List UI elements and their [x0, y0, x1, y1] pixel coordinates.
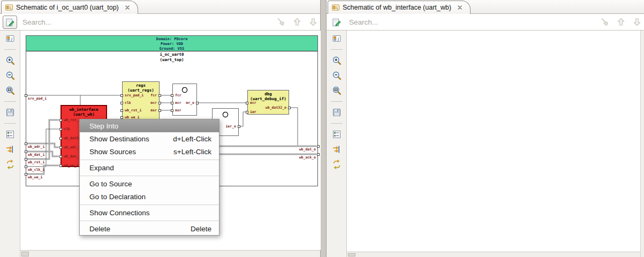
- toolbar-separator: [4, 123, 16, 124]
- pin[interactable]: [158, 94, 161, 97]
- pin[interactable]: [158, 109, 161, 112]
- save-icon[interactable]: [4, 106, 17, 119]
- preferences-icon[interactable]: [330, 128, 343, 141]
- overview-icon[interactable]: i: [4, 32, 17, 45]
- zoom-in-icon[interactable]: [330, 54, 343, 67]
- pin-label: mcr: [250, 101, 256, 105]
- pin[interactable]: [59, 128, 62, 131]
- port[interactable]: [25, 165, 27, 168]
- port[interactable]: [25, 158, 27, 161]
- port[interactable]: [25, 150, 27, 153]
- down-arrow-icon[interactable]: [632, 17, 642, 27]
- pin-label: fcr: [175, 93, 181, 97]
- menu-item-go-to-source[interactable]: Go to Source: [80, 177, 219, 190]
- search-toolbar-right: [327, 14, 644, 31]
- menu-item-label: Step Into: [89, 122, 118, 130]
- pin[interactable]: [171, 102, 173, 104]
- menu-item-shortcut: Delete: [191, 225, 211, 233]
- zoom-fit-icon[interactable]: [4, 84, 17, 97]
- port[interactable]: [317, 145, 320, 148]
- menu-item-label: Show Connections: [89, 209, 150, 217]
- pin[interactable]: [238, 125, 240, 128]
- port[interactable]: [25, 142, 27, 145]
- pin-label: clk: [64, 127, 70, 131]
- pin[interactable]: [288, 107, 291, 109]
- edit-search-button[interactable]: [3, 16, 17, 29]
- menu-item-delete[interactable]: DeleteDelete: [80, 222, 219, 235]
- zoom-in-icon[interactable]: [4, 54, 17, 67]
- overview-icon[interactable]: i: [330, 32, 343, 45]
- zoom-out-icon[interactable]: [4, 69, 17, 82]
- block-title: regs(uart_regs): [123, 83, 159, 93]
- clocked-process-icon: [181, 86, 188, 95]
- editor-pane-right: Schematic of wb_interface (uart_wb) i wb…: [326, 0, 644, 257]
- port[interactable]: [25, 94, 27, 97]
- pin[interactable]: [59, 164, 62, 167]
- horizontal-scrollbar[interactable]: [20, 250, 320, 257]
- port-label: wb_rst_i: [28, 160, 44, 164]
- pin[interactable]: [171, 109, 173, 112]
- pin[interactable]: [158, 102, 161, 104]
- preferences-icon[interactable]: [4, 128, 17, 141]
- zoom-out-icon[interactable]: [330, 69, 343, 82]
- clean-icon[interactable]: [276, 17, 286, 27]
- block-regs[interactable]: regs(uart_regs)srx_pad_iclkwb_rst_iwb_we…: [122, 81, 160, 120]
- pin-label: mr_o: [186, 101, 194, 105]
- menu-item-show-destinations[interactable]: Show Destinationsd+Left-Click: [80, 132, 219, 145]
- up-arrow-icon[interactable]: [292, 17, 302, 27]
- pin[interactable]: [59, 146, 62, 149]
- port-label: wb_we_i: [28, 175, 42, 179]
- save-icon[interactable]: [330, 106, 343, 119]
- block-dbg[interactable]: dbg(uart_debug_if)mcrierwb_dat32_o: [247, 90, 289, 115]
- tab-close-icon[interactable]: [124, 4, 131, 11]
- pin[interactable]: [59, 119, 62, 122]
- port-label: wb_dat_o: [262, 147, 316, 152]
- pin[interactable]: [246, 111, 248, 114]
- scrollbar-thumb[interactable]: [348, 253, 355, 256]
- menu-item-show-sources[interactable]: Show Sourcess+Left-Click: [80, 145, 219, 158]
- tab-schematic-uart-wb[interactable]: Schematic of wb_interface (uart_wb): [328, 1, 471, 14]
- pin[interactable]: [246, 102, 248, 104]
- menu-item-label: Expand: [89, 164, 114, 172]
- find-icons-left: [276, 17, 319, 27]
- menu-item-go-to-declaration[interactable]: Go to Declaration: [80, 190, 219, 203]
- horizontal-scrollbar[interactable]: [347, 252, 640, 257]
- follow-signal-icon[interactable]: [4, 143, 17, 156]
- swap-icon[interactable]: [330, 158, 343, 171]
- port[interactable]: [25, 173, 27, 176]
- swap-icon[interactable]: [4, 158, 17, 171]
- pin[interactable]: [196, 102, 199, 104]
- clean-icon[interactable]: [600, 17, 610, 27]
- search-toolbar-left: [0, 14, 320, 31]
- pin-label: wb_rst_i: [64, 118, 80, 122]
- port[interactable]: [317, 153, 320, 156]
- pin[interactable]: [59, 137, 62, 140]
- menu-item-step-into[interactable]: Step Into: [80, 119, 219, 132]
- tab-close-icon[interactable]: [456, 4, 464, 11]
- pin[interactable]: [59, 155, 62, 158]
- pin[interactable]: [171, 94, 173, 97]
- menu-item-expand[interactable]: Expand: [80, 161, 219, 174]
- toolbar-separator: [331, 123, 343, 124]
- up-arrow-icon[interactable]: [616, 17, 626, 27]
- vertical-scrollbar[interactable]: [640, 31, 644, 257]
- menu-item-label: Show Destinations: [89, 135, 149, 143]
- toolbar-separator: [4, 49, 16, 50]
- schematic-tab-icon: [5, 3, 13, 12]
- scrollbar-thumb[interactable]: [21, 252, 29, 256]
- search-input[interactable]: [21, 16, 262, 29]
- zoom-fit-icon[interactable]: [330, 84, 343, 97]
- search-input[interactable]: [348, 16, 584, 29]
- pin[interactable]: [120, 109, 123, 112]
- menu-item-show-connections[interactable]: Show Connections: [80, 206, 219, 219]
- block-mcr-reg[interactable]: fcrmcrmsrmr_o: [172, 84, 197, 116]
- port-label: wb_ack_o: [262, 155, 316, 160]
- pin[interactable]: [120, 94, 123, 97]
- edit-search-button[interactable]: [329, 16, 344, 29]
- down-arrow-icon[interactable]: [308, 17, 319, 27]
- tab-schematic-uart-top[interactable]: Schematic of i_oc_uart0 (uart_top): [1, 1, 138, 14]
- follow-signal-icon[interactable]: [330, 143, 343, 156]
- pin-label: wb_we_i: [64, 163, 78, 168]
- pin[interactable]: [120, 102, 123, 104]
- toolbar-separator: [4, 101, 16, 102]
